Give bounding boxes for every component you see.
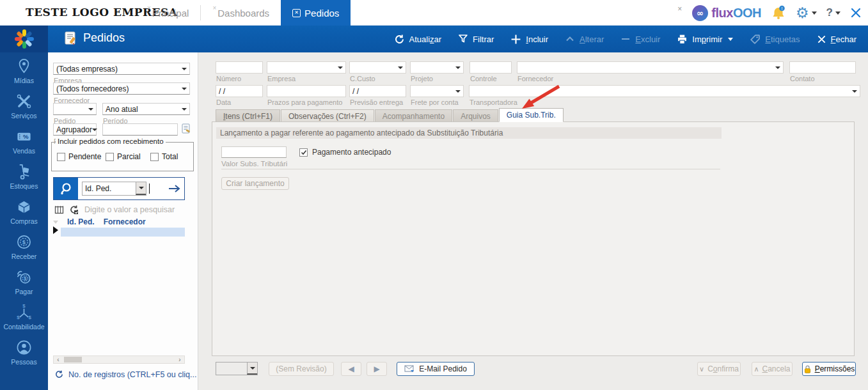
periodo-filter-select[interactable]: Ano atual bbox=[102, 103, 190, 115]
fornecedor-select[interactable] bbox=[517, 61, 784, 74]
empresa-filter-select[interactable]: (Todas empresas) bbox=[53, 63, 190, 75]
tab-observacoes[interactable]: Observações (Ctrl+F2) bbox=[281, 109, 374, 122]
cancela-button[interactable]: ∧ Cancela bbox=[752, 362, 793, 376]
chevron-down-icon bbox=[455, 90, 461, 93]
labels-button[interactable]: Etiquetas bbox=[743, 30, 806, 49]
close-button[interactable]: Fechar bbox=[810, 31, 863, 48]
add-button[interactable]: Incluir bbox=[504, 30, 555, 49]
valor-subs-input[interactable] bbox=[221, 146, 287, 158]
print-button[interactable]: Imprimir bbox=[670, 30, 739, 49]
checkbox-total[interactable]: Total bbox=[150, 152, 178, 161]
edit-button[interactable]: Alterar bbox=[558, 30, 610, 48]
scroll-right-icon[interactable]: › bbox=[175, 356, 184, 363]
prazos-label: Prazos para pagamento bbox=[267, 98, 342, 106]
sidebar-item-contabilidade[interactable]: $$$ Contabilidade bbox=[0, 304, 48, 331]
scrollbar-thumb[interactable] bbox=[64, 357, 82, 363]
controle-input[interactable] bbox=[470, 61, 512, 74]
data-input[interactable] bbox=[216, 85, 263, 97]
confirma-button[interactable]: ∨ Confirma bbox=[697, 362, 741, 376]
tab-close-box-icon[interactable]: ✕ bbox=[292, 9, 301, 17]
settings-menu[interactable]: ⚙ bbox=[796, 6, 817, 20]
agrupador-edit-icon[interactable] bbox=[181, 123, 192, 134]
sidebar-item-estoques[interactable]: Estoques bbox=[0, 163, 48, 190]
agrupador-filter-input[interactable] bbox=[102, 123, 178, 136]
revision-select[interactable] bbox=[216, 362, 258, 375]
sidebar-item-pessoas[interactable]: Pessoas bbox=[0, 339, 48, 366]
frete-label: Frete por conta bbox=[411, 98, 459, 106]
column-id-ped[interactable]: Id. Ped. bbox=[67, 217, 95, 226]
brand-ooh: OOH bbox=[733, 6, 761, 20]
sidebar-item-midias[interactable]: Mídias bbox=[0, 58, 48, 84]
checkbox-pendente[interactable]: Pendente bbox=[57, 152, 106, 161]
refresh-search-icon[interactable] bbox=[69, 205, 79, 215]
previous-record-button[interactable]: ◀ bbox=[341, 362, 361, 376]
tab-acompanhamento[interactable]: Acompanhamento bbox=[375, 109, 452, 122]
pagamento-antecipado-label: Pagamento antecipado bbox=[312, 148, 391, 157]
sidebar-item-pagar[interactable]: $ Pagar bbox=[0, 269, 48, 295]
grid-columns-icon[interactable] bbox=[54, 205, 64, 215]
tab-dashboards[interactable]: × Dashboards bbox=[201, 0, 281, 26]
chevron-down-icon bbox=[398, 66, 403, 69]
gear-icon: ⚙ bbox=[796, 6, 809, 20]
sidebar-item-receber[interactable]: $ Receber bbox=[0, 233, 48, 260]
plus-icon bbox=[510, 34, 521, 45]
permissoes-button[interactable]: Permissões bbox=[802, 362, 856, 376]
frete-select[interactable] bbox=[410, 85, 464, 97]
checkbox-parcial[interactable]: Parcial bbox=[106, 152, 150, 161]
empresa-field: Empresa bbox=[267, 61, 346, 74]
sem-revisao-button[interactable]: (Sem Revisão) bbox=[269, 362, 334, 376]
empresa-select[interactable] bbox=[267, 61, 346, 74]
column-fornecedor[interactable]: Fornecedor bbox=[104, 217, 146, 226]
refresh-button[interactable]: Atualizar bbox=[388, 30, 448, 49]
next-record-button[interactable]: ▶ bbox=[367, 362, 387, 376]
chevron-up-icon: ∧ bbox=[754, 365, 759, 373]
tab-close-icon[interactable]: × bbox=[147, 4, 151, 12]
app-flower-logo bbox=[0, 26, 48, 52]
prazos-input[interactable] bbox=[267, 85, 346, 97]
tab-pedidos-label: Pedidos bbox=[304, 8, 339, 19]
email-pedido-button[interactable]: E-Mail Pedido bbox=[397, 362, 475, 376]
search-button[interactable] bbox=[54, 178, 78, 199]
tab-itens[interactable]: Itens (Ctrl+F1) bbox=[216, 109, 280, 122]
tab-guia-subtrib[interactable]: Guia Sub.Trib. bbox=[499, 108, 564, 122]
controle-field: Controle bbox=[470, 61, 512, 74]
notifications-bell-icon[interactable]: ! bbox=[771, 5, 786, 20]
contato-input[interactable] bbox=[789, 61, 856, 74]
criar-lancamento-button[interactable]: Criar lançamento bbox=[221, 177, 289, 190]
tools-icon bbox=[15, 93, 33, 110]
combo-dropdown-button[interactable] bbox=[136, 182, 146, 195]
registros-link[interactable]: No. de registros (CTRL+F5 ou cliq... bbox=[54, 370, 196, 379]
checkbox-box bbox=[106, 153, 114, 161]
combo-dropdown-button[interactable] bbox=[247, 363, 257, 375]
previsao-input[interactable] bbox=[349, 85, 406, 97]
sidebar-item-servicos[interactable]: Serviços bbox=[0, 93, 48, 120]
tab-pedidos[interactable]: ✕ Pedidos bbox=[281, 0, 351, 26]
help-menu[interactable]: ? bbox=[826, 6, 840, 19]
sidebar-item-compras[interactable]: Compras bbox=[0, 198, 48, 225]
requisicao-filter-select[interactable]: Agrupador bbox=[53, 123, 97, 136]
tab-close-icon[interactable]: × bbox=[212, 4, 216, 12]
delete-button[interactable]: Excluir bbox=[614, 30, 667, 48]
ccusto-select[interactable] bbox=[349, 61, 406, 74]
results-hscrollbar[interactable]: ‹ › bbox=[53, 355, 185, 364]
pedido-filter-select[interactable] bbox=[53, 103, 97, 115]
selected-result-row[interactable] bbox=[61, 228, 185, 237]
transportadora-label: Transportadora bbox=[470, 98, 517, 106]
search-go-button[interactable] bbox=[165, 178, 184, 199]
pagamento-antecipado-checkbox[interactable]: Pagamento antecipado bbox=[299, 148, 391, 157]
tab-principal[interactable]: × Principal bbox=[136, 0, 200, 26]
sidebar-label: Pessoas bbox=[11, 358, 36, 366]
fornecedor-label: Fornecedor bbox=[517, 75, 553, 82]
search-field-select[interactable]: Id. Ped. bbox=[82, 182, 146, 196]
svg-text:$: $ bbox=[17, 315, 20, 320]
numero-input[interactable] bbox=[216, 61, 263, 74]
tab-arquivos[interactable]: Arquivos bbox=[453, 109, 498, 122]
small-close-icon[interactable]: × bbox=[677, 4, 682, 13]
scroll-left-icon[interactable]: ‹ bbox=[54, 356, 63, 363]
sidebar-item-vendas[interactable]: % Vendas bbox=[0, 128, 48, 155]
filter-button[interactable]: Filtrar bbox=[452, 30, 500, 48]
fornecedor-filter-select[interactable]: (Todos fornecedores) bbox=[53, 82, 190, 95]
transportadora-select[interactable] bbox=[469, 85, 860, 97]
projeto-select[interactable] bbox=[410, 61, 464, 74]
close-app-icon[interactable] bbox=[850, 7, 862, 19]
